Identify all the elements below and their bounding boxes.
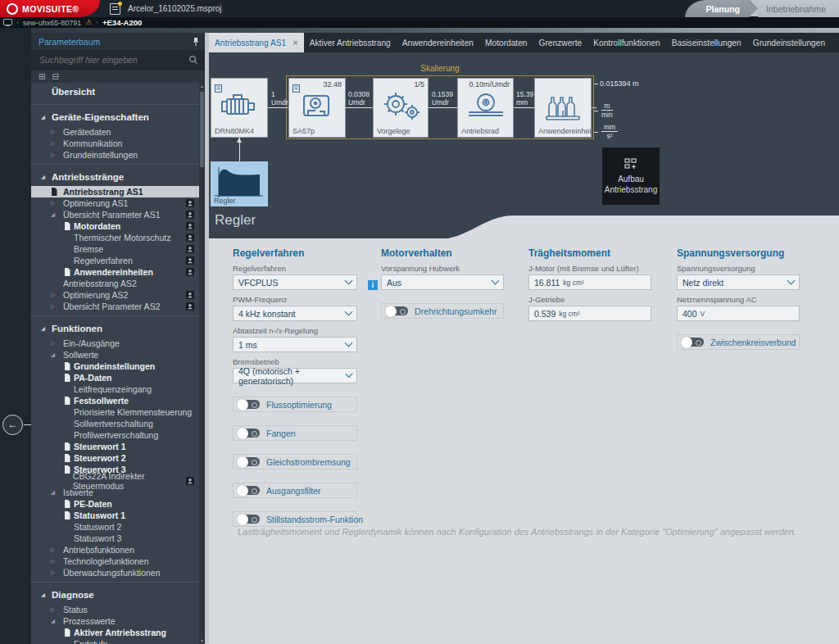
tree-item-grundeinstellungen[interactable]: Grundeinstellungen (31, 361, 199, 372)
expander-icon[interactable]: ▷ (51, 606, 63, 613)
expander-icon[interactable]: ▷ (51, 140, 63, 147)
tree-item-steuerwort-2[interactable]: Steuerwort 2 (31, 452, 199, 464)
phase-inbetriebnahme[interactable]: Inbetriebnahme (758, 0, 839, 17)
expander-icon[interactable]: ◢ (51, 211, 63, 218)
tree-item-optimierung-as2[interactable]: ▷Optimierung AS2 (31, 289, 199, 301)
toggle-flussoptimierung[interactable]: Flussoptimierung (233, 397, 357, 412)
project-info[interactable]: Arcelor_16102025.msproj (110, 0, 222, 17)
scroll-up-icon[interactable]: ▴ (199, 83, 205, 89)
toggle-switch-icon[interactable] (386, 306, 408, 315)
pin-icon[interactable] (191, 37, 200, 47)
tab-motordaten[interactable]: Motordaten (479, 33, 533, 52)
breadcrumb-target[interactable]: +E34-A200 (102, 18, 142, 27)
tree-item-ger-tedaten[interactable]: ▷Gerätedaten (31, 126, 199, 138)
expand-all-icon[interactable]: ⊞ (39, 71, 46, 82)
tree-item-statuswort-1[interactable]: Statuswort 1 (31, 510, 199, 521)
tree-group-bersicht[interactable]: Übersicht (31, 83, 199, 101)
tree-item-ein-ausg-nge[interactable]: ▷Ein-/Ausgänge (31, 338, 199, 349)
tab-aktiver-antriebsstrang[interactable]: Aktiver Antriebsstrang (304, 33, 397, 52)
tree-item-statuswort-3[interactable]: Statuswort 3 (31, 533, 199, 544)
expander-icon[interactable]: ◢ (51, 618, 63, 624)
sidebar-scrollbar[interactable]: ▴ ▾ (199, 83, 205, 644)
expander-icon[interactable]: ▷ (51, 303, 63, 310)
expander-icon[interactable]: ◢ (51, 351, 63, 358)
expander-icon[interactable]: ▷ (51, 200, 63, 206)
select-pwm-frequenz[interactable]: 4 kHz konstant (233, 306, 357, 321)
select-abtastzeit-n-x-regelung[interactable]: 1 ms (233, 337, 357, 352)
toggle-switch-icon[interactable] (238, 486, 260, 495)
toggle-switch-icon[interactable] (238, 515, 260, 524)
select-vorspannung-hubwerk[interactable]: Aus (381, 274, 504, 290)
expander-icon[interactable]: ◢ (41, 114, 52, 120)
toggle-switch-icon[interactable] (238, 429, 260, 438)
expander-icon[interactable]: ◢ (51, 489, 63, 496)
expander-icon[interactable]: ▷ (51, 340, 63, 347)
toggle-fangen[interactable]: Fangen (233, 425, 357, 441)
tree-group-diagnose[interactable]: ◢Diagnose (31, 586, 199, 604)
tree-item-sollwertverschaltung[interactable]: Sollwertverschaltung (31, 418, 199, 429)
tree-item-antriebsstrang-as1[interactable]: Antriebsstrang AS1 (31, 186, 199, 197)
aufbau-antriebsstrang-button[interactable]: Aufbau Antriebsstrang (602, 147, 660, 205)
tab-grundeinstellungen[interactable]: Grundeinstellungen (747, 33, 831, 52)
expander-icon[interactable]: ▷ (51, 569, 63, 576)
select-bremsbetrieb[interactable]: 4Q (motorisch + generatorisch) (233, 368, 357, 383)
tab-grenzwerte[interactable]: Grenzwerte (533, 33, 588, 52)
drivetrain-block-gearunit[interactable]: 32.48 SA57p (288, 78, 346, 138)
tree-item-motordaten[interactable]: Motordaten (31, 220, 199, 232)
tree-item-priorisierte-klemmensteuerung[interactable]: Priorisierte Klemmensteuerung (31, 406, 199, 418)
tree-item-sollwerte[interactable]: ◢Sollwerte (31, 349, 199, 361)
toggle-switch-icon[interactable] (238, 457, 260, 466)
tab-basiseinstellungen[interactable]: Basiseinstellungen (666, 33, 747, 52)
phase-planung[interactable]: Planung (685, 0, 750, 17)
tree-item-statuswort-2[interactable]: Statuswort 2 (31, 521, 199, 533)
tree-item-antriebsfunktionen[interactable]: ▷Antriebsfunktionen (31, 544, 199, 556)
drivetrain-block-antriebsrad[interactable]: 0.10m/Umdr Antriebsrad (457, 78, 514, 138)
expander-icon[interactable]: ◢ (41, 325, 52, 332)
tree-item-antriebsstrang-as2[interactable]: Antriebsstrang AS2 (31, 278, 199, 289)
tree-item-status[interactable]: ▷Status (31, 604, 199, 615)
expander-icon[interactable]: ◢ (41, 174, 52, 180)
search-input[interactable] (38, 54, 188, 66)
tree-item-pa-daten[interactable]: PA-Daten (31, 372, 199, 383)
toggle-switch-icon[interactable] (682, 338, 704, 347)
tree-item-bersicht-parameter-as1[interactable]: ◢Übersicht Parameter AS1 (31, 209, 199, 220)
input-j-getriebe[interactable]: 0.539kg cm² (528, 306, 651, 321)
drivetrain-block-vorgelege[interactable]: 1/5 Vorgelege (373, 78, 429, 138)
expander-icon[interactable]: ▷ (51, 546, 63, 553)
toggle-ausgangsfilter[interactable]: Ausgangsfilter (233, 483, 357, 498)
expander-icon[interactable]: ▷ (51, 292, 63, 298)
input-netznennspannung-ac[interactable]: 400V (677, 306, 800, 321)
regler-block[interactable]: Regler (211, 161, 268, 206)
info-icon[interactable]: i (368, 280, 378, 290)
toggle-gleichstrombremsung[interactable]: Gleichstrombremsung (233, 454, 357, 469)
toggle-drehrichtungsumkehr[interactable]: Drehrichtungsumkehr (381, 303, 504, 319)
drivetrain-block-motor[interactable]: DRN80MK4 (211, 78, 268, 138)
tree-group-antriebsstr-nge[interactable]: ◢Antriebsstränge (31, 168, 199, 186)
toggle-zwischenkreisverbund[interactable]: Zwischenkreisverbund (677, 334, 800, 350)
drivetrain-block-anwendereinheit[interactable]: Anwendereinheit (534, 78, 592, 138)
toggle-switch-icon[interactable] (238, 400, 260, 409)
breadcrumb-device[interactable]: sew-uhx65-80791 (23, 19, 82, 27)
expander-icon[interactable]: ◢ (41, 592, 52, 598)
tree-item-prozesswerte[interactable]: ◢Prozesswerte (31, 615, 199, 627)
tree-item-thermischer-motorschutz[interactable]: Thermischer Motorschutz (31, 232, 199, 243)
tree-item-aktiver-antriebsstrang[interactable]: Aktiver Antriebsstrang (31, 627, 199, 638)
tree-item-anwendereinheiten[interactable]: Anwendereinheiten (31, 266, 199, 278)
collapse-all-icon[interactable]: ⊟ (52, 71, 59, 82)
tree-item-berwachungsfunktionen[interactable]: ▷Überwachungsfunktionen (31, 567, 199, 578)
expander-icon[interactable]: ▷ (51, 152, 63, 158)
tree-item-optimierung-as1[interactable]: ▷Optimierung AS1 (31, 197, 199, 209)
device-icon[interactable] (3, 19, 12, 27)
tree-item-leitfrequenzeingang[interactable]: Leitfrequenzeingang (31, 383, 199, 395)
select-spannungsversorgung[interactable]: Netz direkt (677, 274, 800, 290)
tree-item-technologiefunktionen[interactable]: ▷Technologiefunktionen (31, 556, 199, 567)
tree-item-pe-daten[interactable]: PE-Daten (31, 498, 199, 510)
tree-item-bersicht-parameter-as2[interactable]: ▷Übersicht Parameter AS2 (31, 301, 199, 312)
collapse-panel-button[interactable]: ← (2, 415, 23, 435)
tree-item-profilwertverschaltung[interactable]: Profilwertverschaltung (31, 429, 199, 441)
toggle-stillstandsstrom-funktion[interactable]: Stillstandsstrom-Funktion (233, 511, 357, 527)
tree-group-funktionen[interactable]: ◢Funktionen (31, 320, 199, 338)
tree-item-bremse[interactable]: Bremse (31, 243, 199, 255)
scroll-down-icon[interactable]: ▾ (199, 637, 205, 644)
tree-item-kommunikation[interactable]: ▷Kommunikation (31, 138, 199, 149)
